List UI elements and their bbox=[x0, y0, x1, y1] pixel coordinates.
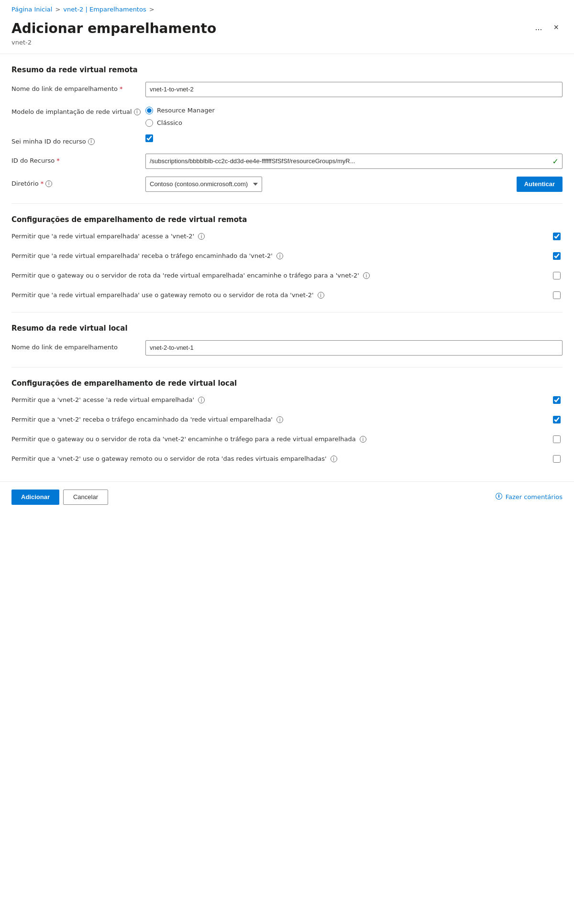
cancelar-button[interactable]: Cancelar bbox=[63, 490, 108, 505]
peering-link-input[interactable] bbox=[145, 82, 563, 97]
peering-link-control bbox=[145, 82, 563, 97]
local-config-checkbox-3 bbox=[553, 434, 563, 445]
radio-resource-manager-label[interactable]: Resource Manager bbox=[157, 107, 215, 114]
rc2-info-icon: i bbox=[276, 253, 283, 259]
lc1-checkbox[interactable] bbox=[553, 396, 561, 404]
deployment-model-radio-group: Resource Manager Clássico bbox=[145, 105, 563, 127]
rc4-info-icon: i bbox=[318, 292, 324, 299]
local-link-row: Nome do link de emparelhamento bbox=[11, 340, 563, 356]
directory-control: Contoso (contoso.onmicrosoft.com) Autent… bbox=[145, 177, 563, 192]
local-link-input[interactable] bbox=[145, 340, 563, 356]
breadcrumb-home[interactable]: Página Inicial bbox=[11, 6, 52, 13]
local-link-label: Nome do link de emparelhamento bbox=[11, 340, 145, 352]
content: Resumo da rede virtual remota Nome do li… bbox=[0, 54, 574, 481]
feedback-icon bbox=[495, 492, 503, 502]
rc4-checkbox[interactable] bbox=[553, 291, 561, 299]
remote-config-item-1: Permitir que 'a rede virtual emparelhada… bbox=[11, 232, 563, 242]
remote-config-label-2: Permitir que 'a rede virtual emparelhada… bbox=[11, 251, 545, 261]
page-header: Adicionar emparelhamento vnet-2 ... × bbox=[0, 17, 574, 54]
local-config-checkbox-4 bbox=[553, 454, 563, 464]
remote-config-item-2: Permitir que 'a rede virtual emparelhada… bbox=[11, 251, 563, 261]
radio-resource-manager-input[interactable] bbox=[145, 107, 153, 114]
adicionar-button[interactable]: Adicionar bbox=[11, 490, 59, 505]
local-config-checkbox-2 bbox=[553, 415, 563, 425]
peering-link-label: Nome do link de emparelhamento * bbox=[11, 82, 145, 93]
lc2-checkbox[interactable] bbox=[553, 416, 561, 423]
know-resource-id-info-icon: i bbox=[88, 138, 95, 145]
remote-config-label-1: Permitir que 'a rede virtual emparelhada… bbox=[11, 232, 545, 241]
directory-dropdown-row: Contoso (contoso.onmicrosoft.com) Autent… bbox=[145, 177, 563, 192]
lc4-info-icon: i bbox=[331, 456, 337, 462]
local-config-label-3: Permitir que o gateway ou o servidor de … bbox=[11, 434, 545, 444]
resource-id-label: ID do Recurso * bbox=[11, 154, 145, 165]
remote-config-section: Configurações de emparelhamento de rede … bbox=[11, 215, 563, 301]
local-link-control bbox=[145, 340, 563, 356]
local-config-checkbox-1 bbox=[553, 395, 563, 405]
remote-config-label-4: Permitir que 'a rede virtual emparelhada… bbox=[11, 290, 545, 300]
local-config-item-2: Permitir que a 'vnet-2' receba o tráfego… bbox=[11, 415, 563, 425]
local-config-item-4: Permitir que a 'vnet-2' use o gateway re… bbox=[11, 454, 563, 464]
remote-section-title: Resumo da rede virtual remota bbox=[11, 66, 563, 74]
autenticar-button[interactable]: Autenticar bbox=[517, 177, 563, 192]
footer-buttons: Adicionar Cancelar bbox=[11, 490, 108, 505]
header-actions: ... × bbox=[531, 21, 563, 34]
remote-config-item-3: Permitir que o gateway ou o servidor de … bbox=[11, 271, 563, 281]
resource-id-input[interactable] bbox=[145, 154, 563, 169]
know-resource-id-control bbox=[145, 134, 563, 142]
deployment-model-row: Modelo de implantação de rede virtual i … bbox=[11, 105, 563, 127]
lc2-info-icon: i bbox=[276, 416, 283, 423]
feedback-link[interactable]: Fazer comentários bbox=[495, 492, 563, 502]
header-left: Adicionar emparelhamento vnet-2 bbox=[11, 21, 216, 46]
know-resource-id-checkbox-item[interactable] bbox=[145, 134, 563, 142]
breadcrumb-sep1: > bbox=[55, 6, 60, 13]
ellipsis-button[interactable]: ... bbox=[531, 21, 546, 34]
breadcrumb: Página Inicial > vnet-2 | Emparelhamento… bbox=[0, 0, 574, 17]
radio-resource-manager[interactable]: Resource Manager bbox=[145, 107, 563, 114]
remote-config-checkbox-3 bbox=[553, 271, 563, 281]
divider-3 bbox=[11, 367, 563, 367]
page-title: Adicionar emparelhamento bbox=[11, 21, 216, 37]
lc3-checkbox[interactable] bbox=[553, 435, 561, 443]
radio-classico-label[interactable]: Clássico bbox=[157, 119, 182, 126]
divider-1 bbox=[11, 203, 563, 204]
know-resource-id-label: Sei minha ID do recurso i bbox=[11, 134, 145, 146]
lc4-checkbox[interactable] bbox=[553, 455, 561, 463]
local-config-item-3: Permitir que o gateway ou o servidor de … bbox=[11, 434, 563, 445]
rc3-info-icon: i bbox=[363, 272, 370, 279]
directory-required: * bbox=[41, 179, 44, 188]
divider-2 bbox=[11, 312, 563, 312]
resource-id-row: ID do Recurso * ✓ bbox=[11, 154, 563, 169]
deployment-model-info-icon: i bbox=[134, 109, 141, 115]
remote-config-title: Configurações de emparelhamento de rede … bbox=[11, 215, 563, 224]
directory-info-icon: i bbox=[45, 180, 52, 187]
peering-link-row: Nome do link de emparelhamento * bbox=[11, 82, 563, 97]
radio-classico-input[interactable] bbox=[145, 119, 153, 127]
lc3-info-icon: i bbox=[360, 436, 366, 443]
know-resource-id-checkbox[interactable] bbox=[145, 134, 153, 142]
lc1-info-icon: i bbox=[198, 397, 205, 403]
rc1-checkbox[interactable] bbox=[553, 233, 561, 240]
remote-config-checkbox-4 bbox=[553, 290, 563, 301]
page-subtitle: vnet-2 bbox=[11, 39, 216, 46]
close-button[interactable]: × bbox=[550, 21, 563, 34]
resource-id-required: * bbox=[56, 156, 60, 165]
peering-link-required: * bbox=[120, 85, 123, 93]
breadcrumb-vnet[interactable]: vnet-2 | Emparelhamentos bbox=[63, 6, 146, 13]
directory-select[interactable]: Contoso (contoso.onmicrosoft.com) bbox=[145, 177, 262, 192]
remote-config-checkbox-2 bbox=[553, 251, 563, 261]
rc1-info-icon: i bbox=[198, 233, 205, 240]
local-config-item-1: Permitir que a 'vnet-2' acesse 'a rede v… bbox=[11, 395, 563, 405]
rc2-checkbox[interactable] bbox=[553, 252, 561, 260]
radio-classico[interactable]: Clássico bbox=[145, 119, 563, 127]
remote-config-checkbox-1 bbox=[553, 232, 563, 242]
page: Página Inicial > vnet-2 | Emparelhamento… bbox=[0, 0, 574, 512]
resource-id-input-wrapper: ✓ bbox=[145, 154, 563, 169]
deployment-model-label: Modelo de implantação de rede virtual i bbox=[11, 105, 145, 116]
local-section-title: Resumo da rede virtual local bbox=[11, 324, 563, 333]
local-config-label-1: Permitir que a 'vnet-2' acesse 'a rede v… bbox=[11, 395, 545, 405]
feedback-label: Fazer comentários bbox=[506, 493, 563, 501]
directory-label: Diretório * i bbox=[11, 177, 145, 188]
know-resource-id-row: Sei minha ID do recurso i bbox=[11, 134, 563, 146]
rc3-checkbox[interactable] bbox=[553, 272, 561, 279]
remote-config-label-3: Permitir que o gateway ou o servidor de … bbox=[11, 271, 545, 280]
